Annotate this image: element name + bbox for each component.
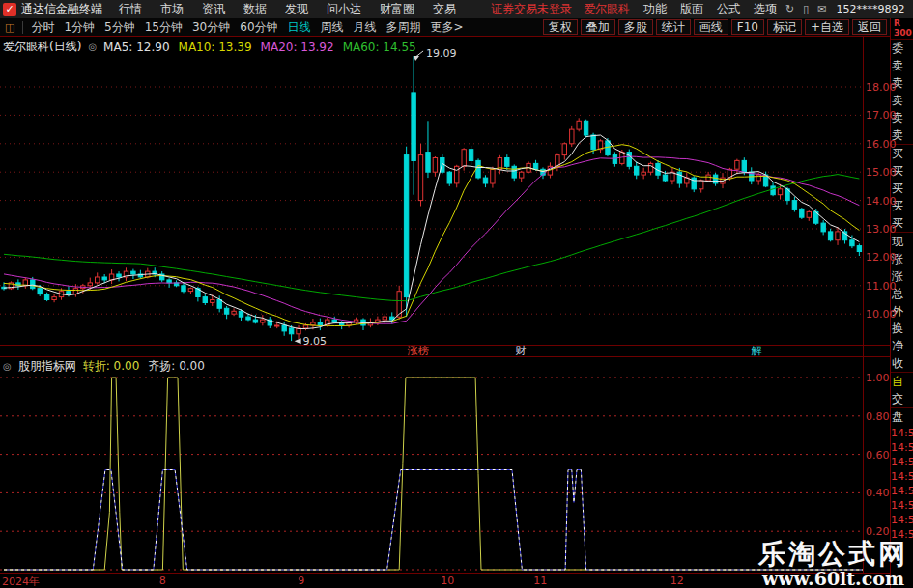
toolbar-button-f10[interactable]: F10 <box>731 19 764 35</box>
main-chart-header: 爱尔眼科(日线) ◎ MA5: 12.90MA10: 13.39MA20: 13… <box>3 39 416 55</box>
candle-body <box>699 181 703 189</box>
quote-row-networth: 净资 <box>891 337 913 354</box>
quote-row-auto[interactable]: 自动 <box>891 372 913 390</box>
indicator-values: 转折: 0.00齐扬: 0.00 <box>83 358 205 375</box>
candle-body <box>131 271 135 274</box>
candle-body <box>505 158 509 167</box>
period-tab-m1[interactable]: 1分钟 <box>64 19 95 36</box>
candle-body <box>800 209 804 217</box>
toolbar-button-add-watch[interactable]: +自选 <box>805 19 849 35</box>
current-stock-link[interactable]: 爱尔眼科 <box>584 1 630 17</box>
candle-body <box>713 175 717 183</box>
candle-body <box>418 155 422 201</box>
menu-item-ask[interactable]: 问小达 <box>327 1 361 17</box>
period-toolbar: ◫ 分时1分钟5分钟15分钟30分钟60分钟日线周线月线多周期更多> 复权叠加多… <box>0 18 890 36</box>
tick-time[interactable]: 14:56 <box>891 498 913 513</box>
quote-row-afterhours[interactable]: 盘后 <box>891 407 913 426</box>
account-phone[interactable]: 152****9892 <box>837 3 905 15</box>
watermark-url: www.60lt.com <box>758 569 908 588</box>
x-axis-label: 8 <box>159 574 166 587</box>
candle-body <box>778 189 782 195</box>
toolbar-button-multistock[interactable]: 多股 <box>618 19 653 35</box>
candle-body <box>476 160 480 178</box>
tick-time[interactable]: 14:56 <box>891 513 913 527</box>
menu-item-news[interactable]: 资讯 <box>202 1 225 17</box>
indicator-collapse-icon[interactable]: ◎ <box>3 361 12 372</box>
toolbar-button-back[interactable]: 返回 <box>852 19 887 35</box>
quote-row-turnover: 换手 <box>891 320 913 337</box>
candle-body <box>117 274 121 277</box>
period-tab-multi[interactable]: 多周期 <box>386 19 421 36</box>
tick-time[interactable]: 14:56 <box>891 484 913 498</box>
tick-time[interactable]: 14:56 <box>891 440 913 455</box>
period-tab-m15[interactable]: 15分钟 <box>145 19 183 36</box>
tick-time[interactable]: 14:56 <box>891 455 913 469</box>
period-tab-m60[interactable]: 60分钟 <box>240 19 277 36</box>
menu-item-quotes[interactable]: 行情 <box>119 1 142 17</box>
collapse-icon[interactable]: ◎ <box>88 42 97 52</box>
trade-login-status[interactable]: 证券交易未登录 <box>491 1 572 17</box>
period-tab-daily[interactable]: 日线 <box>288 19 311 36</box>
menu-item-formula[interactable]: 公式 <box>717 1 740 17</box>
period-tab-m30[interactable]: 30分钟 <box>192 19 230 36</box>
menu-item-layout[interactable]: 版面 <box>680 1 703 17</box>
menu-item-wealth-circle[interactable]: 财富圈 <box>380 1 414 17</box>
refresh-icon[interactable]: ↻ <box>785 3 794 15</box>
toolbar-button-fuquan[interactable]: 复权 <box>543 19 578 35</box>
price-axis-border <box>863 37 864 573</box>
menu-item-market[interactable]: 市场 <box>160 1 184 17</box>
period-tabs: 分时1分钟5分钟15分钟30分钟60分钟日线周线月线多周期更多> <box>31 19 463 36</box>
period-tab-weekly[interactable]: 周线 <box>321 19 344 36</box>
event-marker-zhangbang[interactable]: 涨榜 <box>408 346 429 356</box>
toolbar-button-stats[interactable]: 统计 <box>656 19 691 35</box>
main-grid <box>0 87 863 314</box>
candle-body <box>109 274 113 280</box>
tick-time[interactable]: 14:56 <box>891 469 913 484</box>
quote-row-trade[interactable]: 交易 <box>891 390 913 407</box>
candle-body <box>706 175 710 181</box>
main-candlestick-canvas[interactable]: 19.099.05 <box>0 37 863 345</box>
event-marker-caibao[interactable]: 财 <box>515 346 526 356</box>
candle-body <box>792 201 796 210</box>
candle-body <box>31 280 35 289</box>
candle-body <box>469 150 472 161</box>
ma5-line <box>4 135 859 329</box>
flag-300: 300 <box>894 28 913 38</box>
indicator-axis-label: 0.80 <box>866 410 890 423</box>
ma-legend: MA5: 12.90MA10: 13.39MA20: 13.92MA60: 14… <box>103 41 416 54</box>
candle-body <box>412 93 415 161</box>
chart-mode-icon[interactable]: ◫ <box>5 21 23 34</box>
mobile-icon[interactable]: ▯ <box>803 3 809 15</box>
candle-body <box>635 166 639 175</box>
menu-item-trade[interactable]: 交易 <box>433 1 456 17</box>
menu-item-data[interactable]: 数据 <box>243 1 267 17</box>
toolbar-button-mark[interactable]: 标记 <box>767 19 802 35</box>
candle-body <box>404 155 408 297</box>
price-axis-label: 10.00 <box>866 308 897 321</box>
period-tab-more[interactable]: 更多> <box>431 19 464 36</box>
period-tab-monthly[interactable]: 月线 <box>354 19 377 36</box>
candle-body <box>426 153 430 173</box>
candle-body <box>591 135 595 150</box>
toolbar-button-overlay[interactable]: 叠加 <box>581 19 615 35</box>
indicator-canvas[interactable] <box>0 356 863 573</box>
event-marker-jiejin[interactable]: 解 <box>751 346 761 356</box>
menu-item-discover[interactable]: 发现 <box>285 1 308 17</box>
tick-time[interactable]: 14:56 <box>891 426 913 440</box>
period-tab-fenshi[interactable]: 分时 <box>31 19 54 36</box>
indicator-header: ◎ 股朋指标网 转折: 0.00齐扬: 0.00 <box>3 358 205 375</box>
flag-R: R <box>894 18 913 28</box>
app-logo-icon[interactable]: ✓ <box>3 3 16 16</box>
menu-item-features[interactable]: 功能 <box>643 1 667 17</box>
indicator-title: 股朋指标网 <box>18 358 76 375</box>
menu-item-options[interactable]: 选项 <box>754 1 777 17</box>
candle-body <box>289 328 293 334</box>
candle-body <box>433 158 437 173</box>
candle-body <box>52 297 56 300</box>
candle-body <box>613 155 616 164</box>
toolbar-button-draw[interactable]: 画线 <box>694 19 728 35</box>
message-icon[interactable]: ✉ <box>817 3 826 15</box>
watermark-title: 乐淘公式网 <box>758 540 908 569</box>
candle-body <box>253 320 257 322</box>
period-tab-m5[interactable]: 5分钟 <box>104 19 135 36</box>
